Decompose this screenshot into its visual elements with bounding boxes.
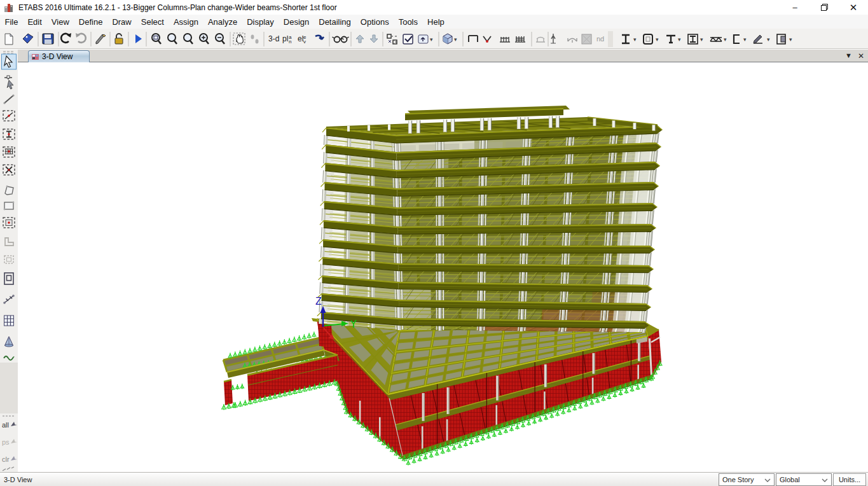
svg-text:Z: Z: [315, 296, 322, 307]
svg-text:▾: ▾: [700, 36, 703, 43]
svg-text:clr: clr: [2, 455, 10, 463]
svg-text:3-d: 3-d: [268, 34, 279, 43]
svg-text:▾: ▾: [789, 36, 792, 43]
svg-text:▾: ▾: [454, 36, 457, 43]
svg-text:▾: ▾: [430, 36, 433, 43]
svg-text:v: v: [303, 39, 306, 45]
svg-text:▾: ▾: [633, 36, 637, 43]
svg-text:▾: ▾: [724, 36, 727, 43]
svg-text:el: el: [298, 34, 303, 43]
svg-text:▾: ▾: [656, 36, 659, 43]
svg-text:ps: ps: [2, 438, 10, 446]
svg-text:pl: pl: [282, 34, 288, 43]
svg-text:n: n: [289, 39, 291, 45]
svg-text:▾: ▾: [678, 36, 681, 43]
svg-text:▾: ▾: [767, 36, 770, 43]
svg-text:all: all: [2, 421, 9, 429]
svg-text:▾: ▾: [743, 36, 747, 43]
svg-text:nd: nd: [596, 35, 604, 43]
